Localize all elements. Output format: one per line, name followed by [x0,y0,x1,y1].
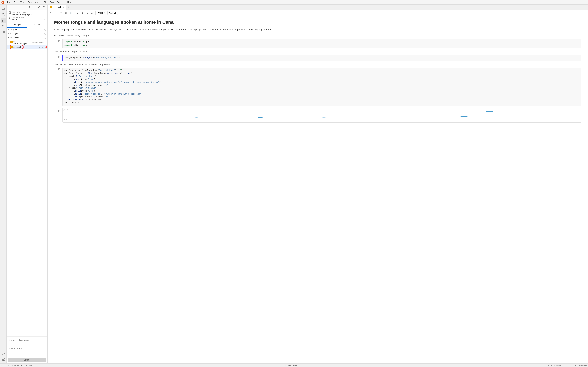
untracked-count: (2) [44,37,46,39]
menu-help[interactable]: Help [66,1,73,4]
activity-git[interactable] [1,18,6,23]
save-button[interactable] [49,11,53,15]
svg-rect-15 [33,8,35,8]
settings-icon[interactable]: ⚙ [7,364,9,366]
notebook-content: Mother tongue and languages spoken at ho… [48,16,588,363]
notebook-tab-icon [50,6,52,8]
menu-run[interactable]: Run [26,1,33,4]
scatter-text: Then we can create the scatter plot to a… [54,63,581,66]
git-status-text: Git: refreshing... [11,364,24,366]
untracked-section-header[interactable]: ▼ Untracked (2) [7,35,47,40]
cell-2-body[interactable]: import pandas as pd import altair as alt [62,39,581,49]
svg-point-2 [2,13,4,15]
svg-rect-11 [2,32,3,33]
activity-debug[interactable] [1,24,6,29]
load-packages-text: First we load the necessary packages: [54,34,581,37]
notebook-intro: In the language data collected in the 20… [54,28,581,32]
stop-button[interactable]: ■ [80,11,85,15]
chart-y-axis: 100M 10M [63,109,68,120]
changed-count: (0) [44,33,46,34]
mode-indicator: R | Idle [26,364,32,366]
upload-button[interactable] [27,5,31,9]
changed-title: Changed [10,33,44,35]
commit-description-input[interactable] [8,346,46,356]
changed-chevron-icon: ▶ [8,33,10,34]
refresh-button[interactable] [42,5,46,9]
branch-chevron-icon[interactable]: ▾ [44,18,45,21]
current-file-text: eda.ipynb [579,364,587,366]
add-cell-button[interactable]: + [54,11,58,15]
staged-section-header[interactable]: ▶ Staged (0) [7,28,47,32]
activity-bar [0,5,7,363]
cell-2-number: [2]: [54,39,62,42]
svg-point-13 [3,353,4,354]
svg-rect-24 [50,13,52,14]
cell-5-body[interactable]: can_lang = can_lang[can_lang["most_at_ho… [62,67,581,106]
tab-history[interactable]: History [27,22,48,27]
file-icon-checkpoint [10,41,13,43]
svg-rect-10 [3,31,4,32]
notebook-tab-close[interactable]: ✕ [62,6,64,8]
status-right: Mode: Command 🛡 Ln 1, Col 20 eda.ipynb [548,364,587,366]
sidebar: Current Repository canadian_languages Cu… [7,5,48,363]
activity-settings[interactable] [1,351,6,356]
activity-puzzle[interactable] [1,357,6,362]
commit-area: Commit [7,336,47,363]
file-eda-checkpoint[interactable]: eda-checkpoint.ipynb .ipynb_checkpoints … [7,40,47,45]
file-eda-ipynb[interactable]: eda.ipynb ➤ ↺ + U [7,45,47,49]
current-repo-section: Current Repository canadian_languages [9,11,45,16]
file-badge-checkpoint: .ipynb_checkpoints [30,42,44,43]
chart-output-wrapper: [5]: 100M 10M ••• [54,108,581,123]
cut-button[interactable]: ✂ [59,11,63,15]
discard-file-button[interactable]: ↺ [38,46,41,49]
cell-5-number: [5]: [54,67,62,70]
stage-file-button[interactable]: + [41,46,44,49]
menu-file[interactable]: File [6,1,12,4]
changed-section-header[interactable]: ▶ Changed (0) [7,32,47,35]
run-button[interactable]: ▶ [75,11,79,15]
fast-forward-button[interactable]: ⏭ [90,11,94,15]
cell-4-body[interactable]: can_lang = pd.read_csv("data/can_lang.cs… [62,55,581,61]
restart-button[interactable]: ↻ [85,11,89,15]
cell-type-selector[interactable]: Code ▾ [97,11,106,15]
svg-rect-9 [2,31,3,32]
svg-point-29 [193,118,200,118]
notebook-tab-eda[interactable]: eda.ipynb ✕ [48,5,66,10]
tag-button[interactable] [37,5,41,9]
download-button[interactable] [32,5,36,9]
file-icon-eda [10,46,13,48]
tab-changes[interactable]: Changes [7,22,27,27]
commit-summary-input[interactable] [8,338,46,345]
svg-rect-14 [28,8,30,8]
tab-bar: eda.ipynb ✕ + [48,5,588,10]
new-tab-button[interactable]: + [66,5,71,10]
activity-folder[interactable] [1,6,6,11]
untracked-title: Untracked [10,36,44,39]
svg-point-28 [460,116,468,117]
menu-settings[interactable]: Settings [56,1,65,4]
inspect-text: Then we load and inspect the data: [54,50,581,53]
menu-edit[interactable]: Edit [12,1,18,4]
menu-view[interactable]: View [19,1,26,4]
staged-count: (0) [44,29,46,31]
chart-output: 100M 10M ••• [62,108,581,123]
branch-name: main [12,18,17,21]
staged-title: Staged [10,28,44,31]
menu-git[interactable]: Git [43,1,48,4]
notebook-tab-label: eda.ipynb [53,6,61,8]
file-sections: ▶ Staged (0) ▶ Changed (0) ▼ Untracked (… [7,28,47,336]
paste-button[interactable]: 📋 [69,11,73,15]
notebook-toolbar: + ✂ ⧉ 📋 ▶ ■ ↻ ⏭ Code ▾ Validate [48,10,588,16]
menu-kernel[interactable]: Kernel [34,1,42,4]
activity-extensions[interactable] [1,30,6,35]
svg-point-30 [321,117,327,118]
menu-tabs[interactable]: Tabs [48,1,55,4]
activity-search[interactable] [1,12,6,17]
commit-button[interactable]: Commit [8,358,46,362]
copy-button[interactable]: ⧉ [64,11,68,15]
file-name-checkpoint: eda-checkpoint.ipynb [13,40,30,45]
sidebar-tabs: Changes History [7,22,47,28]
validate-button[interactable]: Validate [107,11,118,15]
cell-4-number: [4]: [54,55,62,58]
status-bar: S 1 ⚙ Git: refreshing... R | Idle Saving… [0,363,588,367]
